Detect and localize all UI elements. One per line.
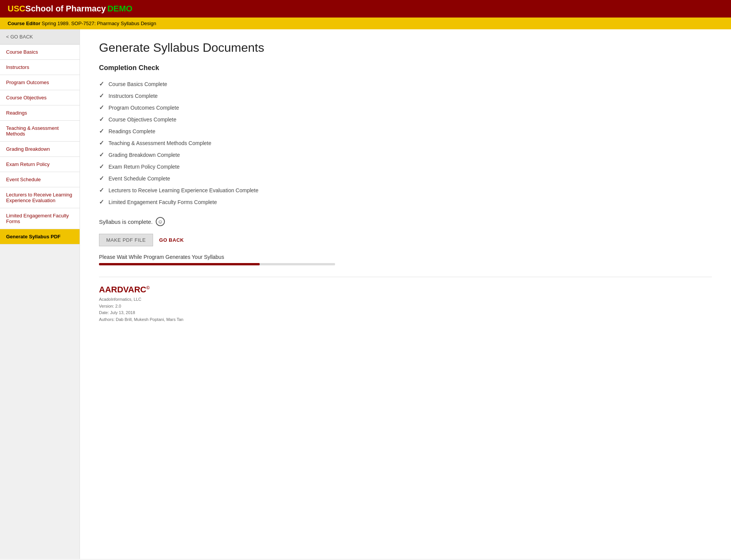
progress-bar-fill — [99, 263, 260, 265]
logo-demo: DEMO — [107, 4, 132, 13]
brand-name: AARDVARC© — [99, 285, 712, 295]
check-icon: ✓ — [99, 128, 104, 135]
sidebar-item-readings[interactable]: Readings — [0, 105, 80, 121]
check-icon: ✓ — [99, 151, 104, 158]
header-logo: USCSchool of PharmacyDEMO — [8, 4, 132, 14]
check-icon: ✓ — [99, 163, 104, 170]
go-back-button[interactable]: GO BACK — [159, 237, 184, 243]
check-icon: ✓ — [99, 198, 104, 206]
sidebar-item-exam-return-policy[interactable]: Exam Return Policy — [0, 157, 80, 172]
progress-section: Please Wait While Program Generates Your… — [99, 254, 712, 265]
checklist-item: ✓Limited Engagement Faculty Forms Comple… — [99, 196, 712, 208]
checklist-item: ✓Grading Breakdown Complete — [99, 149, 712, 161]
action-buttons: MAKE PDF FILE GO BACK — [99, 234, 712, 246]
check-icon: ✓ — [99, 139, 104, 147]
syllabus-complete-text: Syllabus is complete. — [99, 219, 153, 225]
checklist-item: ✓Course Objectives Complete — [99, 113, 712, 125]
completion-check-title: Completion Check — [99, 64, 712, 72]
top-header: USCSchool of PharmacyDEMO — [0, 0, 731, 18]
sidebar-item-grading-breakdown[interactable]: Grading Breakdown — [0, 142, 80, 157]
checklist: ✓Course Basics Complete✓Instructors Comp… — [99, 78, 712, 208]
go-back-label: < GO BACK — [6, 34, 33, 40]
footer-authors: Authors: Dab Brill, Mukesh Poptani, Mars… — [99, 316, 712, 323]
main-layout: < GO BACK Course BasicsInstructorsProgra… — [0, 29, 731, 559]
sidebar: < GO BACK Course BasicsInstructorsProgra… — [0, 29, 80, 559]
sidebar-item-course-objectives[interactable]: Course Objectives — [0, 90, 80, 105]
sidebar-item-lecturers[interactable]: Lecturers to Receive Learning Experience… — [0, 187, 80, 208]
checklist-item: ✓Instructors Complete — [99, 90, 712, 102]
checklist-item: ✓Teaching & Assessment Methods Complete — [99, 137, 712, 149]
main-content: Generate Syllabus Documents Completion C… — [80, 29, 731, 559]
footer-company: AcadoInformatics, LLC — [99, 296, 712, 303]
sidebar-item-teaching-methods[interactable]: Teaching & Assessment Methods — [0, 121, 80, 142]
progress-label: Please Wait While Program Generates Your… — [99, 254, 712, 260]
sidebar-item-program-outcomes[interactable]: Program Outcomes — [0, 75, 80, 90]
sidebar-item-limited-faculty[interactable]: Limited Engagement Faculty Forms — [0, 208, 80, 229]
footer-date: Date: July 13, 2018 — [99, 310, 712, 316]
footer-info: AcadoInformatics, LLC Version: 2.0 Date:… — [99, 296, 712, 323]
checklist-item: ✓Readings Complete — [99, 125, 712, 137]
footer-version: Version: 2.0 — [99, 303, 712, 310]
checklist-item: ✓Exam Return Policy Complete — [99, 161, 712, 172]
checklist-item: ✓Lecturers to Receive Learning Experienc… — [99, 184, 712, 196]
logo-usc: USC — [8, 4, 25, 13]
check-icon: ✓ — [99, 187, 104, 194]
progress-bar-container — [99, 263, 335, 265]
logo-school: School of Pharmacy — [25, 4, 106, 13]
syllabus-complete: Syllabus is complete. ☺ — [99, 217, 712, 226]
sidebar-item-instructors[interactable]: Instructors — [0, 60, 80, 75]
sub-header: Course Editor Spring 1989. SOP-7527: Pha… — [0, 18, 731, 29]
check-icon: ✓ — [99, 92, 104, 99]
sidebar-item-event-schedule[interactable]: Event Schedule — [0, 172, 80, 187]
footer-brand: AARDVARC© AcadoInformatics, LLC Version:… — [99, 277, 712, 323]
checklist-item: ✓Program Outcomes Complete — [99, 102, 712, 113]
sub-header-label: Course Editor — [8, 21, 40, 26]
page-title: Generate Syllabus Documents — [99, 41, 712, 55]
go-back-sidebar[interactable]: < GO BACK — [0, 29, 80, 45]
sidebar-item-course-basics[interactable]: Course Basics — [0, 45, 80, 60]
make-pdf-button[interactable]: MAKE PDF FILE — [99, 234, 153, 246]
check-icon: ✓ — [99, 175, 104, 182]
smiley-icon: ☺ — [156, 217, 165, 226]
checklist-item: ✓Event Schedule Complete — [99, 172, 712, 184]
check-icon: ✓ — [99, 116, 104, 123]
check-icon: ✓ — [99, 104, 104, 111]
check-icon: ✓ — [99, 80, 104, 88]
sub-header-text: Spring 1989. SOP-7527: Pharmacy Syllabus… — [42, 21, 156, 26]
sidebar-item-generate-pdf[interactable]: Generate Syllabus PDF — [0, 229, 80, 244]
checklist-item: ✓Course Basics Complete — [99, 78, 712, 90]
